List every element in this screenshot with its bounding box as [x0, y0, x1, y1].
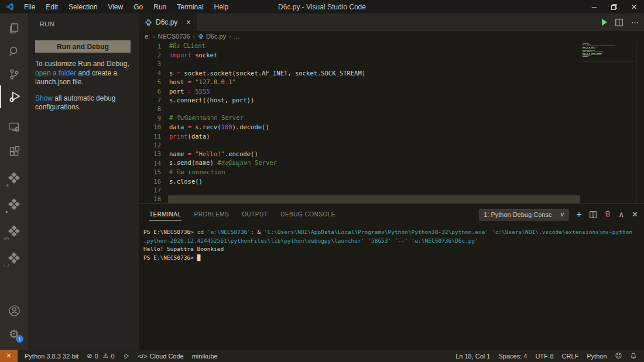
code-text: host = "127.0.0.1" [161, 78, 236, 85]
sidebar-link[interactable]: Show [35, 94, 53, 102]
code-line-14[interactable]: 14s.send(name) #ส่งข้อมูลหา Server [139, 158, 580, 167]
code-line-3[interactable]: 3 [139, 60, 580, 68]
notifications-bell-icon[interactable] [626, 350, 644, 362]
breadcrumb-file[interactable]: D6c.py [206, 33, 226, 40]
restore-button[interactable] [604, 0, 624, 13]
menu-file[interactable]: File [19, 3, 40, 11]
close-panel-icon[interactable]: ✕ [632, 210, 638, 219]
code-text: port = 5555 [161, 88, 210, 95]
cloud-code-api-icon[interactable]: API [0, 220, 28, 243]
activity-bar: ⊕ ▶ API […] [0, 13, 28, 350]
code-line-15[interactable]: 15# ปิด connection [139, 167, 580, 176]
panel-tab-debug-console[interactable]: DEBUG CONSOLE [280, 209, 335, 220]
explorer-icon[interactable] [0, 17, 28, 40]
account-icon[interactable] [0, 299, 28, 322]
breadcrumb-symbol[interactable]: ... [234, 33, 239, 40]
sidebar-link[interactable]: open a folder [35, 69, 76, 77]
python-interpreter-status[interactable]: Python 3.8.3 32-bit [20, 350, 83, 362]
eol-status[interactable]: CRLF [558, 350, 583, 362]
remote-indicator[interactable]: ✕ [0, 350, 18, 362]
menu-terminal[interactable]: Terminal [172, 3, 208, 11]
code-line-2[interactable]: 2import socket [139, 50, 580, 59]
breadcrumb[interactable]: e: › NECS0736 › D6c.py › ... [139, 31, 644, 42]
code-line-1[interactable]: 1#ฝั่ง CLient [139, 42, 580, 50]
code-line-6[interactable]: 6port = 5555 [139, 87, 580, 95]
run-python-file-icon[interactable] [602, 19, 607, 26]
remote-explorer-icon[interactable] [0, 115, 28, 138]
api-sub-glyph: API [4, 237, 9, 240]
editor-group: D6c.py ✕ ⋯ e: › NECS0736 › [139, 13, 644, 350]
panel-tab-problems[interactable]: PROBLEMS [194, 209, 229, 220]
problems-status[interactable]: ⊘ 0 ⚠ 0 [83, 350, 118, 362]
source-control-icon[interactable] [0, 63, 28, 85]
menu-help[interactable]: Help [209, 3, 234, 11]
terminal-line: Hello! Supattra Boonkied [143, 245, 644, 254]
breadcrumb-drive[interactable]: e: [145, 33, 150, 40]
panel-tabs: TERMINALPROBLEMSOUTPUTDEBUG CONSOLE [149, 209, 348, 220]
code-line-4[interactable]: 4s = socket.socket(socket.AF_INET, socke… [139, 68, 580, 77]
terminal-selector-label: 1: Python Debug Consc [484, 211, 555, 218]
menu-run[interactable]: Run [148, 3, 172, 11]
panel-tab-output[interactable]: OUTPUT [242, 209, 268, 220]
maximize-panel-icon[interactable]: ∧ [619, 210, 625, 219]
cloud-code-secrets-icon[interactable]: […] [0, 247, 28, 270]
breadcrumb-folder[interactable]: NECS0736 [158, 33, 190, 40]
code-line-12[interactable]: 12 [139, 140, 580, 149]
menu-selection[interactable]: Selection [63, 3, 102, 11]
encoding-status[interactable]: UTF-8 [531, 350, 557, 362]
customize-hint-text: To customize Run and Debug, open a folde… [35, 60, 131, 87]
minikube-status[interactable]: minikube [188, 350, 222, 362]
split-editor-icon[interactable] [615, 19, 623, 26]
indentation-status[interactable]: Spaces: 4 [494, 350, 531, 362]
terminal-selector-dropdown[interactable]: 1: Python Debug Consc ∨ [479, 209, 568, 220]
code-lines[interactable]: 1#ฝั่ง CLient2import socket34s = socket.… [139, 42, 580, 204]
panel-tab-terminal[interactable]: TERMINAL [149, 209, 181, 220]
tab-d6c-py[interactable]: D6c.py ✕ [139, 13, 197, 31]
cloud-code-kubernetes-icon[interactable]: ⊕ [0, 167, 28, 189]
split-terminal-icon[interactable] [590, 211, 597, 218]
title-bar: FileEditSelectionViewGoRunTerminalHelp D… [0, 0, 644, 13]
menu-go[interactable]: Go [128, 3, 148, 11]
line-number: 4 [139, 70, 161, 77]
new-terminal-icon[interactable]: + [576, 209, 581, 220]
line-number: 12 [139, 142, 161, 149]
debug-status-icon[interactable] [119, 350, 134, 362]
cursor-position-status[interactable]: Ln 18, Col 1 [451, 350, 494, 362]
code-line-16[interactable]: 16s.close() [139, 177, 580, 185]
code-line-13[interactable]: 13name = "Hello!".encode() [139, 150, 580, 158]
code-line-18[interactable]: 18 [139, 195, 580, 204]
code-line-10[interactable]: 10data = s.recv(100).decode() [139, 123, 580, 132]
extensions-icon[interactable] [0, 140, 28, 163]
run-and-debug-icon[interactable] [0, 85, 28, 108]
editor-scrollbar[interactable] [636, 42, 644, 204]
run-and-debug-button[interactable]: Run and Debug [35, 40, 131, 53]
code-line-17[interactable]: 17 [139, 185, 580, 194]
language-mode-status[interactable]: Python [583, 350, 611, 362]
line-number: 9 [139, 115, 161, 122]
code-line-11[interactable]: 11print(data) [139, 132, 580, 140]
more-actions-icon[interactable]: ⋯ [631, 18, 639, 27]
cloud-code-status[interactable]: </> Cloud Code [134, 350, 188, 362]
code-editor[interactable]: 1#ฝั่ง CLient2import socket34s = socket.… [139, 42, 644, 204]
line-number: 10 [139, 123, 161, 130]
cloud-code-run-icon[interactable]: ▶ [0, 193, 28, 216]
menu-view[interactable]: View [102, 3, 128, 11]
terminal-cursor: █ [197, 254, 201, 261]
kill-terminal-icon[interactable] [604, 210, 611, 219]
code-line-5[interactable]: 5host = "127.0.0.1" [139, 78, 580, 87]
minimap[interactable] [580, 42, 636, 204]
close-button[interactable]: ✕ [624, 0, 644, 13]
search-icon[interactable] [0, 40, 28, 63]
code-line-7[interactable]: 7s.connect((host, port)) [139, 95, 580, 104]
code-line-9[interactable]: 9# รับข้อความจาก Server [139, 113, 580, 122]
code-brackets-icon: </> [138, 353, 148, 360]
minimize-button[interactable]: ─ [584, 0, 604, 13]
line-number: 14 [139, 160, 161, 167]
code-line-8[interactable]: 8 [139, 105, 580, 113]
tab-close-icon[interactable]: ✕ [186, 19, 191, 26]
warning-icon: ⚠ [103, 352, 109, 360]
settings-gear-icon[interactable]: ⚙ 1 [0, 322, 28, 345]
terminal-output[interactable]: PS E:\NECS0736> cd 'e:\NECS0736'; & 'C:\… [139, 225, 644, 262]
feedback-icon[interactable]: ☺ [611, 350, 626, 362]
menu-edit[interactable]: Edit [40, 3, 63, 11]
